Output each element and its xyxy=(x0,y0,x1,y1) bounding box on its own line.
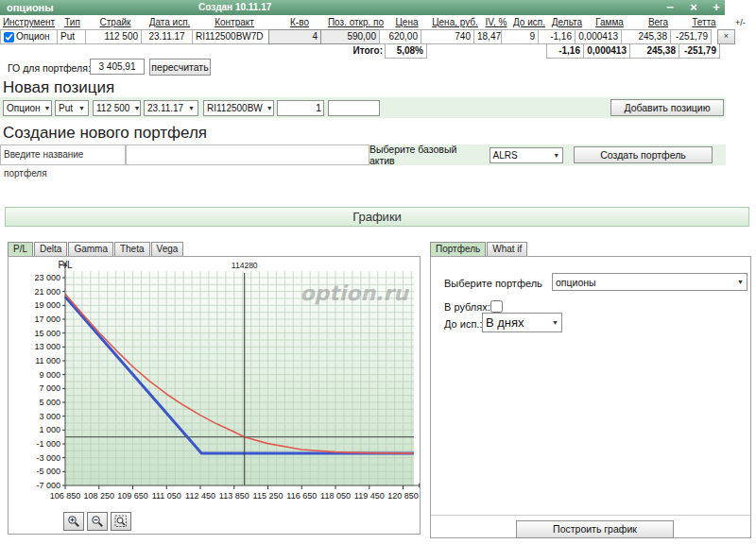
build-chart-button[interactable]: Построить график xyxy=(516,520,674,538)
svg-text:120 850: 120 850 xyxy=(387,491,419,501)
col-header-delta[interactable]: Дельта xyxy=(548,16,586,29)
portfolio-title: опционы xyxy=(7,2,54,13)
col-header-open-price[interactable]: Поз. откр. по xyxy=(326,16,386,29)
totals-vega: 245,38 xyxy=(629,44,679,59)
cell-theta: -251,79 xyxy=(670,29,712,44)
chevron-down-icon: ▼ xyxy=(552,319,558,326)
base-asset-select[interactable]: ALRS▼ xyxy=(490,147,564,163)
chart-zoom-toolbar xyxy=(63,512,134,531)
portfolio-select[interactable]: опционы▼ xyxy=(552,273,747,291)
base-asset-label: Выберите базовый актив xyxy=(369,144,483,166)
tab-vega[interactable]: Vega xyxy=(151,242,184,256)
col-header-instrument[interactable]: Инструмент xyxy=(0,16,58,29)
col-header-qty[interactable]: К-во xyxy=(273,16,326,29)
totals-row: Итого: 5,08% -1,16 0,000413 245,38 -251,… xyxy=(0,44,756,59)
svg-text:116 650: 116 650 xyxy=(286,491,317,501)
svg-text:7 000: 7 000 xyxy=(39,383,60,393)
page: { "panel": { "title": "опционы", "create… xyxy=(0,0,756,544)
totals-delta: -1,16 xyxy=(546,44,584,59)
cell-price-rub: 740 xyxy=(421,29,474,44)
tab-portfolio[interactable]: Портфель xyxy=(430,242,486,256)
col-header-vega[interactable]: Вега xyxy=(633,16,683,29)
col-header-iv[interactable]: IV, % xyxy=(482,16,510,29)
totals-theta: -251,79 xyxy=(679,44,720,59)
svg-text:118 050: 118 050 xyxy=(320,491,351,501)
col-header-type[interactable]: Тип xyxy=(58,16,87,29)
minimize-icon[interactable]: − xyxy=(662,0,678,14)
qty-input[interactable]: 4 xyxy=(268,29,321,44)
position-checkbox[interactable] xyxy=(4,32,14,42)
chevron-down-icon: ▼ xyxy=(133,105,140,111)
create-portfolio-button[interactable]: Создать портфель xyxy=(574,146,713,163)
col-header-gamma[interactable]: Гамма xyxy=(586,16,633,29)
svg-text:115 250: 115 250 xyxy=(253,491,284,501)
rubles-label: В рублях: xyxy=(444,301,490,313)
tab-theta[interactable]: Theta xyxy=(114,242,150,256)
zoom-out-button[interactable] xyxy=(87,512,108,531)
svg-text:-3 000: -3 000 xyxy=(36,453,60,463)
go-value-input[interactable]: 3 405,91 xyxy=(90,59,145,75)
new-position-row: Опцион▼ Put▼ 112 500▼ 23.11.17▼ RI112500… xyxy=(0,97,726,118)
settings-panel-body: Выберите портфель опционы▼ В рублях: До … xyxy=(430,256,751,538)
svg-text:11 000: 11 000 xyxy=(35,356,60,366)
svg-text:109 650: 109 650 xyxy=(117,491,148,501)
chart-tabs: P/LDeltaGammaThetaVega xyxy=(8,242,184,256)
new-position-price-input[interactable] xyxy=(328,100,380,116)
col-header-plus-minus: +/- xyxy=(725,16,756,29)
new-position-type-select[interactable]: Put▼ xyxy=(55,100,89,116)
svg-text:P/L: P/L xyxy=(58,260,72,270)
new-position-strike-select[interactable]: 112 500▼ xyxy=(93,100,141,116)
open-price-input[interactable]: 590,00 xyxy=(320,29,380,44)
svg-text:17 000: 17 000 xyxy=(34,314,60,324)
chevron-down-icon: ▼ xyxy=(266,105,273,111)
zoom-in-button[interactable] xyxy=(63,512,84,531)
add-position-button[interactable]: Добавить позицию xyxy=(610,99,724,116)
totals-gamma: 0,000413 xyxy=(583,44,630,59)
recalculate-button[interactable]: пересчитать xyxy=(149,59,211,76)
chevron-down-icon: ▼ xyxy=(44,105,51,111)
col-header-theta[interactable]: Тетта xyxy=(683,16,725,29)
svg-text:21 000: 21 000 xyxy=(34,287,60,297)
days-label: До исп.: xyxy=(444,318,482,330)
tab-whatif[interactable]: What if xyxy=(487,242,527,256)
new-position-instrument-select[interactable]: Опцион▼ xyxy=(3,100,52,116)
svg-text:13 000: 13 000 xyxy=(34,342,60,351)
rubles-checkbox[interactable] xyxy=(490,300,503,313)
days-select[interactable]: В днях▼ xyxy=(482,313,562,332)
svg-text:5 000: 5 000 xyxy=(39,398,60,407)
new-position-contract-select[interactable]: RI112500BW▼ xyxy=(203,100,274,116)
col-header-contract[interactable]: Контракт xyxy=(196,16,273,29)
svg-text:19 000: 19 000 xyxy=(34,300,60,310)
delete-row-button[interactable]: × xyxy=(717,29,735,44)
new-position-expdate-select[interactable]: 23.11.17▼ xyxy=(144,100,198,116)
svg-text:-7 000: -7 000 xyxy=(36,481,60,490)
col-header-days[interactable]: До исп. xyxy=(510,16,548,29)
new-position-heading: Новая позиция xyxy=(3,78,114,97)
close-icon[interactable]: × xyxy=(686,0,701,14)
svg-text:108 250: 108 250 xyxy=(83,491,114,501)
cell-price: 620,00 xyxy=(379,29,421,44)
portfolio-name-input[interactable] xyxy=(126,144,369,165)
tab-pl[interactable]: P/L xyxy=(8,242,33,256)
add-icon[interactable]: + xyxy=(709,0,724,14)
col-header-strike[interactable]: Страйк xyxy=(87,16,144,29)
col-header-expdate[interactable]: Дата исп. xyxy=(144,16,196,29)
portfolio-titlebar: опционы Создан 10.11.17 − × + xyxy=(0,0,725,15)
tab-gamma[interactable]: Gamma xyxy=(68,242,113,256)
col-header-price-rub[interactable]: Цена, руб. xyxy=(428,16,482,29)
cell-days: 9 xyxy=(501,29,539,44)
cell-type: Put xyxy=(57,29,86,44)
new-position-qty-input[interactable]: 1 xyxy=(277,100,324,116)
cell-gamma: 0,000413 xyxy=(575,29,622,44)
chart-panel: P/LDeltaGammaThetaVega 11428023 00021 00… xyxy=(8,242,421,535)
cell-iv: 18,47 xyxy=(473,29,502,44)
zoom-fit-button[interactable] xyxy=(111,512,131,531)
chevron-down-icon: ▼ xyxy=(78,105,85,111)
settings-panel: ПортфельWhat if Выберите портфель опцион… xyxy=(430,242,751,538)
positions-table: Инструмент Тип Страйк Дата исп. Контракт… xyxy=(0,16,756,59)
chevron-down-icon: ▼ xyxy=(737,279,744,285)
col-header-price[interactable]: Цена xyxy=(386,16,428,29)
chevron-down-icon: ▼ xyxy=(553,152,559,159)
table-row: Опцион Put 112 500 23.11.17 RI112500BW7D… xyxy=(0,29,756,44)
tab-delta[interactable]: Delta xyxy=(34,242,67,256)
